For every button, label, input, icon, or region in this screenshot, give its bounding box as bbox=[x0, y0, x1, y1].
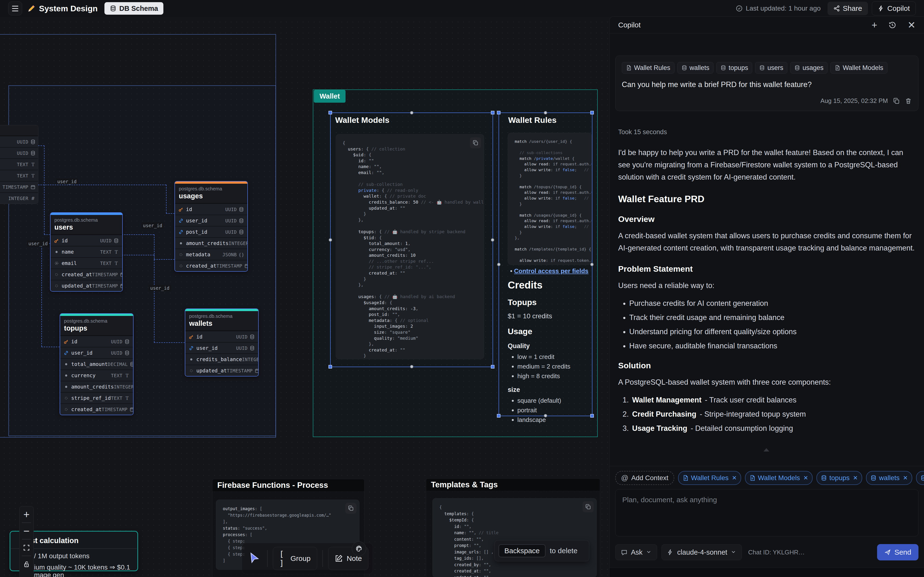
chip-remove-icon[interactable]: ✕ bbox=[732, 475, 737, 481]
table-row-name[interactable]: nameTEXTT bbox=[50, 246, 122, 257]
context-chip-wallet-rules[interactable]: Wallet Rules bbox=[622, 62, 674, 74]
user-question: Can you help me write a brief PRD for th… bbox=[622, 80, 912, 89]
table-row-updated_at[interactable]: updated_atTIMESTAMP bbox=[185, 365, 258, 376]
prompt-input[interactable] bbox=[615, 490, 918, 536]
table-users[interactable]: postgres.db.schemausersidUUIDnameTEXTTem… bbox=[50, 212, 123, 292]
tab-db-schema[interactable]: DB Schema bbox=[105, 2, 163, 15]
context-chip-topups[interactable]: topups✕ bbox=[816, 471, 862, 485]
table-row-post_id[interactable]: post_idUUID bbox=[175, 226, 247, 237]
table-row[interactable]: INTEGER# bbox=[0, 192, 38, 204]
table-row-credits_balance[interactable]: credits_balanceINTEGER# bbox=[185, 353, 258, 365]
chip-remove-icon[interactable]: ✕ bbox=[903, 475, 908, 481]
table-row-updated_at[interactable]: updated_atTIMESTAMP bbox=[50, 280, 122, 291]
menu-button[interactable] bbox=[8, 2, 22, 15]
table-row-created_at[interactable]: created_atTIMESTAMP bbox=[175, 260, 247, 271]
column-name: id bbox=[186, 206, 192, 212]
table-row[interactable]: UUID bbox=[0, 136, 38, 147]
table-row-user_id[interactable]: user_idUUID bbox=[60, 347, 133, 358]
model-select[interactable]: claude-4-sonnet bbox=[661, 544, 742, 560]
control-access-link[interactable]: Control access per fields bbox=[514, 268, 588, 274]
wallet-models-code[interactable]: { users: { // collection $uid: { id: "" … bbox=[336, 134, 484, 359]
table-row-created_at[interactable]: created_atTIMESTAMP bbox=[60, 403, 133, 415]
context-chip-wallet-models[interactable]: Wallet Models bbox=[830, 62, 887, 74]
link-icon bbox=[63, 350, 69, 356]
copilot-title: Copilot bbox=[618, 21, 641, 29]
wallet-frame-label[interactable]: Wallet bbox=[314, 90, 346, 103]
table-usages[interactable]: postgres.db.schemausagesidUUIDuser_idUUI… bbox=[174, 181, 248, 272]
wallet-models-title[interactable]: Wallet Models bbox=[335, 115, 389, 125]
table-row-id[interactable]: idUUID bbox=[185, 331, 258, 342]
chat-scroll-area[interactable]: Wallet RuleswalletstopupsusersusagesWall… bbox=[609, 34, 924, 466]
table-row-currency[interactable]: currencyTEXTT bbox=[60, 369, 133, 381]
credits-section[interactable]: Credits Topups $1 = 10 credits Usage Qua… bbox=[508, 279, 597, 426]
table-row[interactable]: UUID bbox=[0, 147, 38, 158]
size-heading: size bbox=[508, 386, 597, 393]
copy-icon[interactable] bbox=[583, 501, 594, 513]
column-name: metadata bbox=[186, 252, 210, 258]
zoom-in-button[interactable]: + bbox=[19, 506, 34, 522]
db-icon bbox=[239, 218, 244, 223]
column-name: user_id bbox=[71, 350, 93, 356]
table-row-id[interactable]: idUUID bbox=[175, 203, 247, 215]
table-schema: postgres.db.schema bbox=[189, 314, 254, 319]
copy-icon[interactable] bbox=[893, 97, 900, 105]
copy-icon[interactable] bbox=[470, 137, 481, 148]
context-chip-wallet-models[interactable]: Wallet Models✕ bbox=[745, 471, 813, 485]
table-row-amount_credits[interactable]: amount_creditsINTEGER# bbox=[175, 237, 247, 248]
table-schema: postgres.db.schema bbox=[179, 186, 244, 192]
group-button[interactable]: [ ] Group bbox=[273, 547, 317, 570]
table-row-user_id[interactable]: user_idUUID bbox=[185, 342, 258, 353]
table-row[interactable]: TEXTT bbox=[0, 170, 38, 181]
response-subheading: Solution bbox=[618, 361, 916, 370]
column-name: updated_at bbox=[196, 368, 227, 374]
lock-button[interactable] bbox=[19, 556, 34, 572]
column-name: credits_balance bbox=[196, 356, 242, 362]
zoom-out-button[interactable]: − bbox=[19, 523, 34, 539]
cursor-pointer-icon bbox=[247, 552, 261, 566]
context-chip-usages[interactable]: usages bbox=[790, 62, 827, 74]
style-palette-button[interactable] bbox=[352, 542, 366, 556]
chip-remove-icon[interactable]: ✕ bbox=[803, 475, 808, 481]
topups-heading: Topups bbox=[508, 298, 597, 307]
copy-icon[interactable] bbox=[345, 503, 356, 514]
share-button[interactable]: Share bbox=[827, 2, 868, 15]
table-row-total_amount[interactable]: total_amountDECIMAL bbox=[60, 358, 133, 369]
fit-screen-button[interactable] bbox=[19, 540, 34, 556]
copilot-button[interactable]: Copilot bbox=[872, 2, 916, 15]
table-row[interactable]: TEXTT bbox=[0, 158, 38, 170]
close-panel-button[interactable]: ✕ bbox=[908, 20, 916, 30]
mode-select[interactable]: Ask bbox=[615, 544, 657, 560]
chip-remove-icon[interactable]: ✕ bbox=[853, 475, 858, 481]
table-partial[interactable]: UUIDUUIDTEXTTTEXTTTIMESTAMPINTEGER# bbox=[0, 125, 38, 204]
db-icon bbox=[870, 475, 877, 481]
context-chip-users[interactable]: users bbox=[755, 62, 787, 74]
send-button[interactable]: Send bbox=[877, 544, 919, 561]
new-chat-button[interactable]: + bbox=[872, 20, 877, 30]
table-row-amount_credits[interactable]: amount_creditsINTEGER# bbox=[60, 381, 133, 392]
chip-label: usages bbox=[803, 64, 824, 72]
table-row-metadata[interactable]: metadataJSONB{} bbox=[175, 248, 247, 260]
table-topups[interactable]: postgres.db.schematopupsidUUIDuser_idUUI… bbox=[60, 313, 134, 415]
context-chip-wallets[interactable]: wallets✕ bbox=[866, 471, 912, 485]
wallet-rules-code[interactable]: match /users/{user_id} { // sub-collecti… bbox=[508, 133, 592, 265]
trash-icon[interactable] bbox=[905, 97, 912, 105]
templates-tags-code[interactable]: { templates: { $tempId: { id: "", name: … bbox=[432, 498, 597, 577]
list-number: 2. bbox=[618, 409, 629, 419]
context-chip-topups[interactable]: topups bbox=[716, 62, 752, 74]
context-chip-users[interactable]: users✕ bbox=[916, 471, 924, 485]
table-row-email[interactable]: emailTEXTT bbox=[50, 257, 122, 269]
history-button[interactable] bbox=[888, 21, 897, 29]
context-chip-wallets[interactable]: wallets bbox=[677, 62, 714, 74]
add-context-button[interactable]: @ Add Context bbox=[615, 471, 674, 485]
table-row-id[interactable]: idUUID bbox=[50, 235, 122, 246]
table-row-user_id[interactable]: user_idUUID bbox=[175, 215, 247, 226]
user-message-card: Wallet RuleswalletstopupsusersusagesWall… bbox=[615, 56, 919, 111]
table-row[interactable]: TIMESTAMP bbox=[0, 181, 38, 192]
wallet-rules-title[interactable]: Wallet Rules bbox=[508, 115, 557, 125]
context-chip-wallet-rules[interactable]: Wallet Rules✕ bbox=[678, 471, 741, 485]
message-context-chips: Wallet RuleswalletstopupsusersusagesWall… bbox=[622, 62, 912, 74]
table-wallets[interactable]: postgres.db.schemawalletsidUUIDuser_idUU… bbox=[185, 308, 258, 377]
table-row-created_at[interactable]: created_atTIMESTAMP bbox=[50, 269, 122, 280]
table-row-id[interactable]: idUUID bbox=[60, 335, 133, 347]
table-row-stripe_ref_id[interactable]: stripe_ref_idTEXTT bbox=[60, 392, 133, 403]
